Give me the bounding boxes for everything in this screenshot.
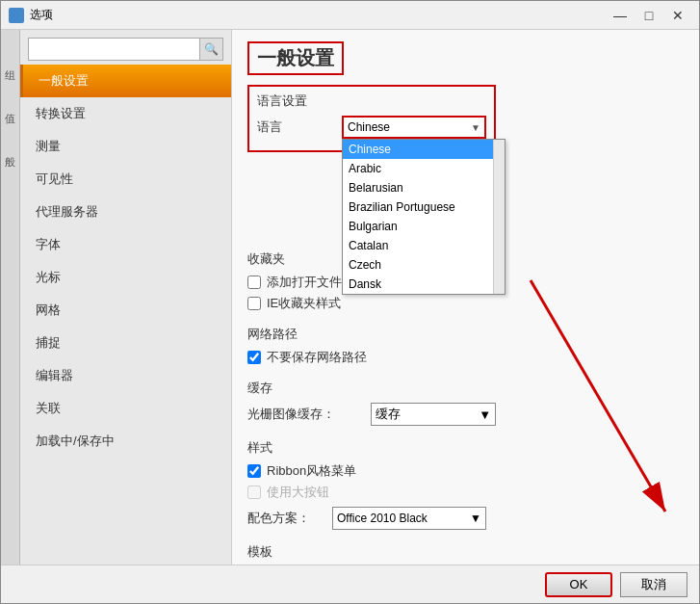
sidebar-item-label-editor: 编辑器 bbox=[36, 368, 73, 382]
cache-section: 缓存 光栅图像缓存： 缓存 ▼ bbox=[247, 380, 684, 426]
title-bar: 选项 — □ ✕ bbox=[1, 1, 699, 30]
sidebar-item-editor[interactable]: 编辑器 bbox=[20, 359, 231, 392]
cache-selected: 缓存 bbox=[376, 406, 401, 423]
search-bar[interactable]: 🔍 bbox=[28, 38, 223, 61]
sidebar-item-label-general: 一般设置 bbox=[39, 73, 89, 88]
cache-header: 缓存 bbox=[247, 380, 684, 397]
sidebar-item-grid[interactable]: 网格 bbox=[20, 294, 231, 327]
cache-form-row: 光栅图像缓存： 缓存 ▼ bbox=[247, 403, 684, 426]
main-panel: 一般设置 语言设置 语言 Chinese ▼ bbox=[232, 30, 699, 565]
language-dropdown-wrapper: Chinese ▼ Chinese Arabic Belarusian Braz… bbox=[342, 116, 486, 139]
favorites-label-2: IE收藏夹样式 bbox=[267, 295, 341, 312]
minimize-button[interactable]: — bbox=[607, 5, 634, 26]
left-indicator-2: 值 bbox=[5, 112, 15, 126]
title-bar-left: 选项 bbox=[9, 7, 53, 23]
bottom-bar: OK 取消 bbox=[1, 565, 699, 603]
color-selected: Office 2010 Black bbox=[337, 512, 428, 525]
network-checkbox-row: 不要保存网络路径 bbox=[247, 349, 684, 366]
sidebar-item-loadsave[interactable]: 加载中/保存中 bbox=[20, 425, 231, 458]
sidebar-item-snap[interactable]: 捕捉 bbox=[20, 327, 231, 359]
sidebar-item-general[interactable]: 一般设置 bbox=[20, 65, 231, 97]
main-window: 选项 — □ ✕ 组 值 般 🔍 一般设置 bbox=[0, 0, 700, 604]
maximize-button[interactable]: □ bbox=[635, 5, 662, 26]
sidebar-item-label-cursor: 光标 bbox=[36, 270, 61, 284]
sidebar-item-label-loadsave: 加载中/保存中 bbox=[36, 433, 115, 448]
ribbon-checkbox[interactable] bbox=[247, 464, 261, 478]
sidebar-item-label-convert: 转换设置 bbox=[36, 106, 86, 120]
sidebar-item-link[interactable]: 关联 bbox=[20, 392, 231, 425]
left-edge: 组 值 般 bbox=[1, 30, 20, 565]
window-title: 选项 bbox=[30, 7, 53, 23]
cancel-button[interactable]: 取消 bbox=[620, 572, 687, 597]
favorites-checkbox-1[interactable] bbox=[247, 276, 261, 289]
ribbon-label: Ribbon风格菜单 bbox=[267, 462, 356, 480]
sidebar-item-cursor[interactable]: 光标 bbox=[20, 261, 231, 294]
sidebar-item-label-proxy: 代理服务器 bbox=[36, 204, 98, 219]
content-area: 组 值 般 🔍 一般设置 转换设置 测量 可见性 bbox=[1, 30, 699, 565]
sidebar-item-label-link: 关联 bbox=[36, 401, 61, 415]
largebtn-checkbox[interactable] bbox=[247, 486, 261, 499]
cache-label: 光栅图像缓存： bbox=[247, 406, 363, 423]
panel-title: 一般设置 bbox=[247, 41, 344, 75]
language-dropdown-list: Chinese Arabic Belarusian Brazilian Port… bbox=[342, 139, 506, 295]
lang-option-chinese[interactable]: Chinese bbox=[343, 140, 505, 159]
sidebar-item-label-visibility: 可见性 bbox=[36, 171, 73, 186]
sidebar-item-label-font: 字体 bbox=[36, 237, 61, 251]
lang-option-bportuguese[interactable]: Brazilian Portuguese bbox=[343, 197, 505, 217]
ok-button[interactable]: OK bbox=[545, 572, 612, 597]
sidebar-item-font[interactable]: 字体 bbox=[20, 228, 231, 261]
network-label: 不要保存网络路径 bbox=[267, 349, 367, 366]
network-checkbox[interactable] bbox=[247, 351, 261, 364]
sidebar-item-label-grid: 网格 bbox=[36, 302, 61, 317]
language-label: 语言 bbox=[257, 118, 334, 136]
left-indicator-3: 般 bbox=[5, 155, 15, 170]
lang-option-catalan[interactable]: Catalan bbox=[343, 236, 505, 255]
language-section: 语言设置 语言 Chinese ▼ Chinese Arabic bbox=[247, 85, 684, 160]
lang-option-arabic[interactable]: Arabic bbox=[343, 159, 505, 178]
largebtn-label: 使用大按钮 bbox=[267, 484, 329, 501]
color-label: 配色方案： bbox=[247, 510, 324, 527]
dropdown-scrollbar[interactable] bbox=[493, 140, 505, 294]
lang-option-bulgarian[interactable]: Bulgarian bbox=[343, 217, 505, 236]
search-input[interactable] bbox=[29, 42, 199, 56]
template-section: 模板 使用模板 模板名 ▼ bbox=[247, 543, 684, 565]
sidebar-item-convert[interactable]: 转换设置 bbox=[20, 97, 231, 130]
favorites-label-1: 添加打开文件 bbox=[267, 274, 342, 291]
style-section: 样式 Ribbon风格菜单 使用大按钮 配色方案： Office 2010 Bl… bbox=[247, 439, 684, 530]
lang-option-dansk[interactable]: Dansk bbox=[343, 275, 505, 294]
left-indicator-1: 组 bbox=[5, 68, 15, 83]
language-dropdown[interactable]: Chinese ▼ bbox=[342, 116, 486, 139]
color-dropdown-arrow-icon: ▼ bbox=[470, 512, 481, 525]
network-section: 网络路径 不要保存网络路径 bbox=[247, 326, 684, 366]
cache-dropdown[interactable]: 缓存 ▼ bbox=[371, 403, 496, 426]
language-section-header: 语言设置 bbox=[257, 92, 486, 110]
language-form-row: 语言 Chinese ▼ Chinese Arabic Belarusian bbox=[257, 116, 486, 139]
cache-dropdown-arrow-icon: ▼ bbox=[479, 407, 491, 422]
dropdown-arrow-icon: ▼ bbox=[471, 122, 480, 133]
color-dropdown[interactable]: Office 2010 Black ▼ bbox=[332, 507, 486, 530]
sidebar-item-measure[interactable]: 测量 bbox=[20, 130, 231, 163]
sidebar-item-visibility[interactable]: 可见性 bbox=[20, 163, 231, 196]
search-button[interactable]: 🔍 bbox=[199, 39, 222, 60]
language-selected: Chinese bbox=[348, 120, 390, 134]
lang-option-belarusian[interactable]: Belarusian bbox=[343, 178, 505, 197]
ribbon-checkbox-row: Ribbon风格菜单 bbox=[247, 462, 684, 480]
sidebar-item-label-snap: 捕捉 bbox=[36, 335, 61, 350]
style-header: 样式 bbox=[247, 439, 684, 457]
title-bar-buttons: — □ ✕ bbox=[607, 5, 691, 26]
close-button[interactable]: ✕ bbox=[664, 5, 691, 26]
network-header: 网络路径 bbox=[247, 326, 684, 343]
app-icon bbox=[9, 8, 24, 23]
favorites-checkbox-2[interactable] bbox=[247, 297, 261, 310]
lang-option-czech[interactable]: Czech bbox=[343, 255, 505, 275]
color-form-row: 配色方案： Office 2010 Black ▼ bbox=[247, 507, 684, 530]
favorites-checkbox-2-row: IE收藏夹样式 bbox=[247, 295, 684, 312]
sidebar: 🔍 一般设置 转换设置 测量 可见性 代理服务器 字体 bbox=[20, 30, 232, 565]
template-header: 模板 bbox=[247, 543, 684, 561]
sidebar-item-proxy[interactable]: 代理服务器 bbox=[20, 196, 231, 228]
sidebar-container: 组 值 般 🔍 一般设置 转换设置 测量 可见性 bbox=[1, 30, 232, 565]
sidebar-item-label-measure: 测量 bbox=[36, 139, 61, 153]
largebtn-checkbox-row: 使用大按钮 bbox=[247, 484, 684, 501]
